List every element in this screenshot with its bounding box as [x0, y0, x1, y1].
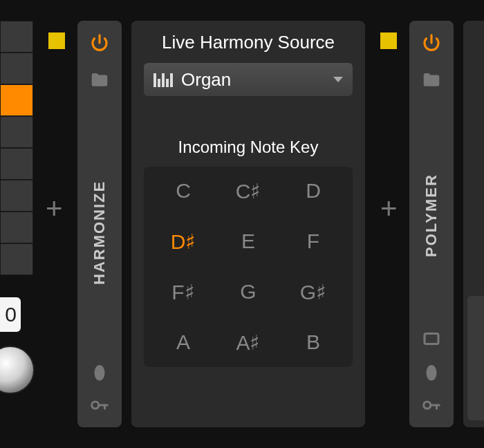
- polymer-inner-box: [467, 296, 484, 420]
- folder-icon[interactable]: [419, 68, 444, 93]
- note-key-cell[interactable]: A: [151, 330, 216, 355]
- harmonize-config-panel: Live Harmony Source Organ Incoming Note …: [131, 21, 365, 427]
- mouse-icon[interactable]: [87, 360, 112, 384]
- left-slot[interactable]: [0, 243, 33, 275]
- left-slot[interactable]: [0, 148, 33, 180]
- note-key-cell[interactable]: D: [281, 179, 346, 203]
- note-key-cell[interactable]: G♯: [281, 280, 346, 304]
- add-device-button[interactable]: +: [380, 192, 398, 225]
- display-icon[interactable]: [419, 326, 444, 351]
- left-slot[interactable]: [0, 53, 33, 84]
- note-key-cell[interactable]: F♯: [151, 280, 216, 304]
- left-slot-active[interactable]: [0, 84, 33, 116]
- polymer-config-panel-partial: [463, 21, 484, 427]
- note-key-cell[interactable]: A♯: [216, 330, 281, 355]
- note-key-cell[interactable]: D♯: [151, 230, 216, 254]
- left-partial-panel: 0: [0, 21, 35, 275]
- note-key-cell[interactable]: C: [151, 179, 216, 203]
- config-title: Live Harmony Source: [144, 32, 353, 53]
- svg-point-3: [427, 365, 437, 381]
- svg-rect-2: [425, 334, 438, 344]
- left-slot[interactable]: [0, 180, 33, 212]
- instrument-icon: [153, 72, 173, 87]
- chevron-down-icon: [333, 77, 343, 82]
- left-slot[interactable]: [0, 116, 33, 148]
- note-key-cell[interactable]: B: [281, 330, 346, 355]
- note-key-cell[interactable]: G: [216, 280, 281, 304]
- power-icon[interactable]: [419, 30, 444, 55]
- note-key-cell[interactable]: F: [281, 230, 346, 254]
- mouse-icon[interactable]: [419, 360, 444, 384]
- device-indicator-badge: [48, 32, 65, 49]
- note-key-title: Incoming Note Key: [144, 138, 353, 157]
- svg-point-0: [95, 365, 105, 381]
- left-knob[interactable]: [0, 346, 35, 394]
- harmony-source-value: Organ: [181, 69, 231, 91]
- note-key-grid: CC♯DD♯EFF♯GG♯AA♯B: [144, 167, 353, 367]
- device-label: POLYMER: [422, 105, 440, 326]
- add-device-button[interactable]: +: [46, 192, 63, 225]
- key-icon[interactable]: [419, 393, 444, 418]
- device-rail-harmonize: HARMONIZE: [77, 21, 122, 427]
- folder-icon[interactable]: [87, 68, 112, 93]
- note-key-cell[interactable]: C♯: [216, 179, 281, 203]
- note-key-cell[interactable]: E: [216, 230, 281, 254]
- key-icon[interactable]: [87, 393, 112, 418]
- power-icon[interactable]: [87, 30, 112, 55]
- device-label: HARMONIZE: [91, 105, 109, 360]
- harmony-source-dropdown[interactable]: Organ: [144, 63, 353, 96]
- device-indicator-badge: [380, 32, 397, 49]
- left-slot[interactable]: [0, 21, 33, 53]
- device-rail-polymer: POLYMER: [409, 21, 454, 427]
- left-value-display[interactable]: 0: [0, 297, 21, 332]
- left-slot[interactable]: [0, 212, 33, 243]
